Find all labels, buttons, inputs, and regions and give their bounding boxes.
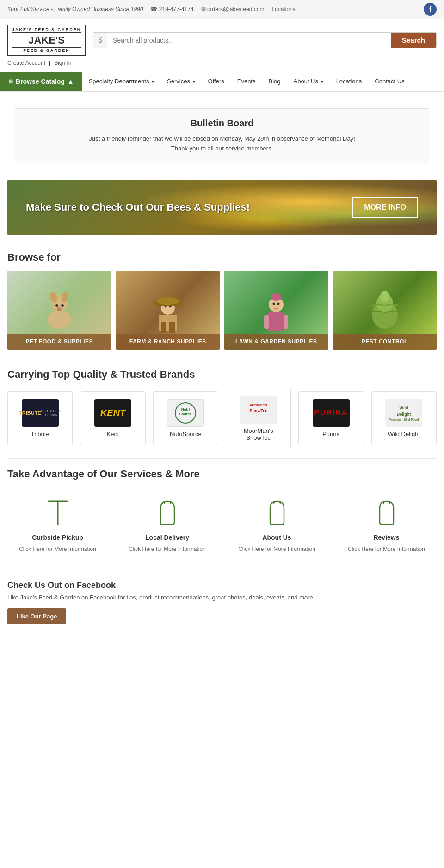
svg-rect-12 [169,322,175,333]
nav-item-about[interactable]: About Us ▾ [287,72,330,90]
brand-moorman[interactable]: MoorMan's ShowTec MoorMan's ShowTec [226,388,291,449]
svg-point-24 [380,291,389,302]
svg-text:Nutri: Nutri [181,407,190,412]
logo[interactable]: JAKE'S FEED & GARDEN JAKE'S FEED & GARDE… [7,25,86,56]
wilddelight-logo: Wild Delight Premium Bird Food [385,399,422,427]
wilddelight-logo-svg: Wild Delight Premium Bird Food [385,399,422,427]
svg-text:MoorMan's: MoorMan's [250,403,267,406]
create-account-link[interactable]: Create Account [7,60,45,66]
facebook-icon[interactable]: f [424,3,437,16]
browse-section: Browse for PET FOOD & SUPPLIES [0,242,444,359]
browse-arrow-icon: ▲ [68,78,74,85]
search-input[interactable] [107,33,391,48]
svg-text:Wild: Wild [400,406,408,410]
brands-section: Carrying Top Quality & Trusted Brands TR… [0,359,444,458]
svg-rect-19 [284,315,288,329]
hero-banner: Make Sure to Check Out Our Bees & Suppli… [7,180,437,235]
svg-rect-11 [161,322,166,333]
service-delivery[interactable]: Local Delivery Click Here for More Infor… [117,497,217,552]
nutrisource-name: NutriSource [170,431,202,437]
tribute-name: Tribute [31,431,49,437]
svg-point-20 [273,302,275,305]
service-reviews[interactable]: Reviews Click Here for More Information [336,497,437,552]
svg-rect-18 [264,315,269,329]
like-page-button[interactable]: Like Our Page [7,608,66,624]
purina-logo: PURINA [313,399,350,427]
header-row1: JAKE'S FEED & GARDEN JAKE'S FEED & GARDE… [7,25,437,56]
chevron-down-icon: ▾ [321,79,323,84]
svg-text:Source: Source [179,412,192,416]
svg-point-17 [271,293,282,301]
bulletin-line2: Thank you to all our service members. [26,144,418,154]
gardener-icon [258,287,295,333]
sign-in-link[interactable]: Sign In [54,60,71,66]
dog-icon [41,287,78,333]
purina-name: Purina [322,431,340,437]
nav-item-blog[interactable]: Blog [262,72,287,90]
top-bar-left: Your Full Service - Family Owned Busines… [7,6,296,12]
search-button[interactable]: Search [391,33,436,48]
nutrisource-logo: Nutri Source [167,399,204,427]
browse-card-lawn[interactable]: LAWN & GARDEN SUPPLIES [224,271,328,350]
svg-point-21 [278,302,280,305]
facebook-text: Like Jake's Feed & Garden on Facebook fo… [7,594,437,601]
nutrisource-circle-icon: Nutri Source [172,401,199,425]
curbside-title: Curbside Pickup [32,534,83,541]
browse-card-pet[interactable]: PET FOOD & SUPPLIES [7,271,111,350]
logo-sub-top: JAKE'S FEED & GARDEN [12,27,81,32]
about-title: About Us [262,534,291,541]
reviews-title: Reviews [373,534,399,541]
chevron-down-icon: ▾ [193,79,195,84]
moorman-logo: MoorMan's ShowTec [240,396,277,424]
brand-kent[interactable]: KENT Kent [80,391,145,445]
delivery-subtitle: Click Here for More Information [129,546,206,552]
curbside-svg [46,499,69,527]
svg-text:Premium Bird Food: Premium Bird Food [389,418,419,421]
tagline: Your Full Service - Family Owned Busines… [7,6,143,12]
search-bar: $ Search [93,32,437,48]
services-section: Take Advantage of Our Services & More Cu… [0,459,444,571]
farm-card-label: FARM & RANCH SUPPLIES [116,334,220,350]
svg-point-10 [156,297,179,305]
nav-items: Specialty Departments ▾ Services ▾ Offer… [82,72,444,91]
svg-point-6 [57,307,62,311]
about-svg [265,499,289,527]
delivery-icon [154,497,181,529]
service-curbside[interactable]: Curbside Pickup Click Here for More Info… [7,497,108,552]
browse-card-farm[interactable]: FARM & RANCH SUPPLIES [116,271,220,350]
brand-purina[interactable]: PURINA Purina [298,391,364,445]
grid-icon: ⊞ [8,78,13,85]
moorman-name: MoorMan's ShowTec [231,427,286,441]
nav-item-services[interactable]: Services ▾ [160,72,201,90]
search-prefix-icon: $ [93,33,107,48]
browse-catalog-button[interactable]: ⊞ Browse Catalog ▲ [0,72,82,91]
email-link[interactable]: ✉ orders@jakesfeed.com [201,6,265,12]
nav-item-specialty[interactable]: Specialty Departments ▾ [82,72,160,90]
phone-link[interactable]: ☎ 219-477-4174 [150,6,193,12]
brands-section-title: Carrying Top Quality & Trusted Brands [7,368,437,381]
main-nav: ⊞ Browse Catalog ▲ Specialty Departments… [0,72,444,92]
nav-item-events[interactable]: Events [231,72,262,90]
bulletin-title: Bulletin Board [26,118,418,129]
hero-text: Make Sure to Check Out Our Bees & Suppli… [26,201,250,213]
brand-wilddelight[interactable]: Wild Delight Premium Bird Food Wild Deli… [371,391,437,445]
svg-point-14 [169,305,171,307]
pet-card-label: PET FOOD & SUPPLIES [7,334,111,350]
about-subtitle: Click Here for More Information [238,546,315,552]
header-row2: Create Account | Sign In [7,60,437,66]
farmer-icon [149,287,186,333]
locations-link[interactable]: Locations [271,6,295,12]
browse-card-pest[interactable]: PEST CONTROL [333,271,437,350]
brand-nutrisource[interactable]: Nutri Source NutriSource [153,391,218,445]
moorman-logo-svg: MoorMan's ShowTec [240,396,277,424]
brand-tribute[interactable]: TRIBUTENUTRITION TO WIN Tribute [7,391,73,445]
nav-item-offers[interactable]: Offers [202,72,231,90]
services-section-title: Take Advantage of Our Services & More [7,468,437,480]
logo-brand: JAKE'S [12,32,81,48]
nav-item-contact[interactable]: Contact Us [368,72,411,90]
hero-more-info-button[interactable]: MORE INFO [352,197,418,218]
nav-item-locations[interactable]: Locations [330,72,369,90]
facebook-section: Check Us Out on Facebook Like Jake's Fee… [0,571,444,643]
browse-section-title: Browse for [7,251,437,263]
service-about[interactable]: About Us Click Here for More Information [227,497,327,552]
